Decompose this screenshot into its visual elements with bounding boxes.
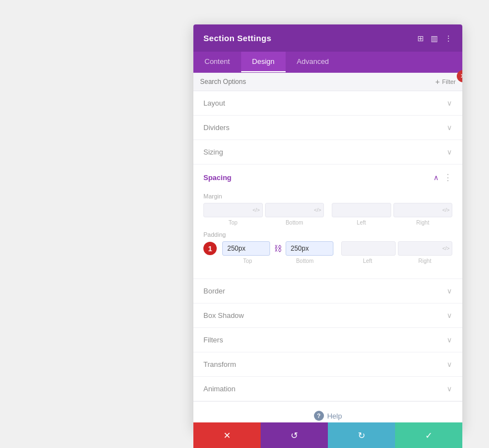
margin-left-pair: </> </> bbox=[203, 203, 324, 217]
padding-left-pair: ⛓ bbox=[222, 241, 333, 256]
link-icon-wrap: ⛓ bbox=[272, 241, 283, 256]
margin-top-label: Top bbox=[203, 220, 263, 226]
section-row-layout[interactable]: Layout ∨ bbox=[193, 91, 462, 116]
chevron-down-icon-dividers: ∨ bbox=[447, 123, 452, 132]
padding-left-wrap bbox=[341, 241, 396, 256]
padding-field-row: 1 ⛓ bbox=[203, 241, 452, 256]
chevron-down-icon-animation: ∨ bbox=[447, 385, 452, 393]
margin-right-label: Right bbox=[393, 220, 453, 226]
chevron-down-icon-transform: ∨ bbox=[447, 360, 452, 369]
chevron-down-icon-filters: ∨ bbox=[447, 336, 452, 344]
tab-content[interactable]: Content bbox=[193, 52, 241, 72]
link-icon[interactable]: ⛓ bbox=[274, 244, 282, 253]
section-row-sizing[interactable]: Sizing ∨ bbox=[193, 140, 462, 165]
padding-label: Padding bbox=[203, 231, 452, 238]
padding-top-input[interactable] bbox=[222, 241, 270, 256]
margin-field-row: </> </> </> bbox=[203, 203, 452, 217]
cancel-button[interactable]: ✕ bbox=[193, 422, 261, 448]
tabs: Content Design Advanced bbox=[193, 52, 462, 73]
undo-button[interactable]: ↺ bbox=[261, 422, 328, 448]
section-row-transform[interactable]: Transform ∨ bbox=[193, 352, 462, 377]
step-badge: 1 bbox=[203, 242, 217, 255]
spacing-content: Margin </> </> bbox=[193, 191, 462, 278]
padding-top-label: Top bbox=[220, 258, 275, 264]
tab-advanced[interactable]: Advanced bbox=[286, 52, 340, 72]
panel-title: Section Settings bbox=[203, 33, 271, 43]
redo-button[interactable]: ↻ bbox=[328, 422, 395, 448]
padding-left-input[interactable] bbox=[341, 241, 396, 256]
plus-icon: + bbox=[435, 77, 440, 86]
section-settings-panel: Section Settings ⊞ ▥ ⋮ Content Design Ad… bbox=[193, 24, 462, 430]
margin-left-label: Left bbox=[332, 220, 391, 226]
spacing-title: Spacing bbox=[203, 173, 232, 182]
save-button[interactable]: ✓ bbox=[395, 422, 462, 448]
section-row-box-shadow[interactable]: Box Shadow ∨ bbox=[193, 303, 462, 328]
panel-header: Section Settings ⊞ ▥ ⋮ bbox=[193, 24, 462, 52]
search-bar: + Filter bbox=[193, 73, 462, 91]
sections-list: Layout ∨ Dividers ∨ Sizing ∨ Spacing ∧ ⋮ bbox=[193, 91, 462, 430]
columns-icon[interactable]: ▥ bbox=[431, 34, 438, 43]
spacing-section: Spacing ∧ ⋮ Margin </> bbox=[193, 165, 462, 279]
code-icon-margin-top: </> bbox=[252, 207, 260, 213]
margin-label: Margin bbox=[203, 193, 452, 200]
margin-right-pair: </> bbox=[332, 203, 452, 217]
section-label-animation: Animation bbox=[203, 385, 236, 393]
tab-design[interactable]: Design bbox=[241, 52, 286, 72]
section-row-animation[interactable]: Animation ∨ bbox=[193, 377, 462, 401]
padding-bottom-label: Bottom bbox=[277, 258, 332, 264]
section-row-dividers[interactable]: Dividers ∨ bbox=[193, 116, 462, 140]
chevron-down-icon-box-shadow: ∨ bbox=[447, 311, 452, 320]
spacing-menu-icon[interactable]: ⋮ bbox=[443, 172, 452, 183]
padding-left-label: Left bbox=[340, 258, 395, 264]
help-label: Help bbox=[327, 412, 342, 420]
section-label-dividers: Dividers bbox=[203, 123, 229, 132]
padding-bottom-wrap bbox=[286, 241, 333, 256]
margin-bottom-wrap: </> bbox=[265, 203, 325, 217]
spacing-header[interactable]: Spacing ∧ ⋮ bbox=[193, 165, 462, 191]
section-label-layout: Layout bbox=[203, 99, 225, 107]
margin-top-wrap: </> bbox=[203, 203, 263, 217]
filter-label: Filter bbox=[442, 78, 456, 85]
search-input[interactable] bbox=[200, 78, 435, 86]
section-row-filters[interactable]: Filters ∨ bbox=[193, 328, 462, 352]
margin-field-labels: Top Bottom Left Right bbox=[203, 220, 452, 226]
padding-field-labels: Top Bottom Left Right bbox=[220, 258, 452, 264]
code-icon-margin-bottom: </> bbox=[314, 207, 321, 213]
padding-bottom-input[interactable] bbox=[286, 241, 333, 256]
section-row-border[interactable]: Border ∨ bbox=[193, 279, 462, 303]
padding-right-pair: </> bbox=[341, 241, 452, 256]
header-icons: ⊞ ▥ ⋮ bbox=[417, 34, 452, 43]
help-link[interactable]: ? Help bbox=[314, 411, 342, 421]
margin-left-input[interactable] bbox=[332, 203, 391, 217]
chevron-down-icon-sizing: ∨ bbox=[447, 148, 452, 156]
padding-top-wrap bbox=[222, 241, 270, 256]
margin-left-wrap bbox=[332, 203, 391, 217]
help-icon: ? bbox=[314, 411, 324, 421]
more-icon[interactable]: ⋮ bbox=[445, 34, 452, 43]
code-icon-padding-right: </> bbox=[442, 246, 450, 251]
section-label-sizing: Sizing bbox=[203, 148, 223, 156]
margin-bottom-label: Bottom bbox=[265, 220, 325, 226]
spacing-header-right: ∧ ⋮ bbox=[433, 172, 452, 183]
fullscreen-icon[interactable]: ⊞ bbox=[417, 34, 424, 43]
filter-button[interactable]: + Filter bbox=[435, 77, 456, 86]
code-icon-margin-right: </> bbox=[442, 207, 450, 213]
section-label-box-shadow: Box Shadow bbox=[203, 311, 244, 320]
action-bar: ✕ ↺ ↻ ✓ bbox=[193, 422, 462, 448]
section-label-transform: Transform bbox=[203, 360, 236, 369]
chevron-up-icon: ∧ bbox=[433, 173, 439, 182]
margin-right-wrap: </> bbox=[393, 203, 453, 217]
chevron-down-icon-border: ∨ bbox=[447, 287, 452, 295]
padding-right-label: Right bbox=[397, 258, 452, 264]
section-label-border: Border bbox=[203, 287, 225, 295]
chevron-down-icon-layout: ∨ bbox=[447, 99, 452, 107]
section-label-filters: Filters bbox=[203, 336, 223, 344]
padding-right-wrap: </> bbox=[398, 241, 452, 256]
